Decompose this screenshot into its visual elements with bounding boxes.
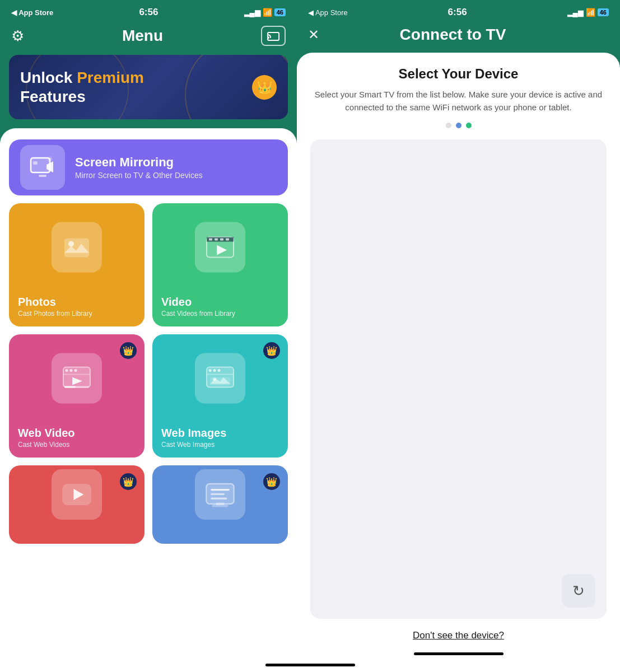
dot-3 (466, 123, 472, 128)
left-status-bar: ◀ App Store 6:56 ▂▄▆ 📶 46 (0, 0, 297, 21)
svg-rect-0 (268, 32, 279, 40)
promo-premium: Premium (77, 69, 144, 86)
svg-point-25 (209, 369, 212, 372)
youtube-icon-wrapper (52, 469, 102, 520)
right-nav: ✕ Connect to TV (297, 21, 620, 53)
photos-card[interactable]: Photos Cast Photos from Library (9, 203, 144, 326)
svg-point-18 (70, 369, 73, 372)
cast-button[interactable] (261, 26, 286, 46)
left-top-nav: ⚙ Menu (0, 21, 297, 55)
web-video-svg (61, 363, 92, 394)
screen-mirroring-text: Screen Mirroring Mirror Screen to TV & O… (75, 155, 203, 180)
svg-rect-36 (211, 498, 227, 500)
svg-rect-13 (220, 239, 223, 241)
screen-mirroring-icon (20, 145, 65, 190)
dot-1 (446, 123, 451, 128)
feature-cards-grid: Photos Cast Photos from Library (9, 203, 288, 544)
web-images-icon-wrapper (195, 353, 245, 410)
photos-title: Photos (18, 296, 136, 309)
teleprompter-crown-badge: 👑 (263, 473, 280, 490)
web-video-icon-wrapper (52, 353, 102, 410)
svg-point-19 (74, 369, 77, 372)
svg-point-6 (49, 158, 51, 160)
left-status-left: ◀ App Store (11, 8, 53, 17)
svg-rect-35 (211, 493, 225, 495)
right-battery-icon: 46 (598, 8, 609, 16)
youtube-card[interactable]: 👑 (9, 465, 144, 544)
video-icon-wrapper (195, 222, 245, 279)
left-panel: ◀ App Store 6:56 ▂▄▆ 📶 46 ⚙ Menu Unlock … (0, 0, 297, 672)
svg-rect-11 (209, 239, 212, 241)
svg-rect-14 (226, 239, 229, 241)
promo-unlock: Unlock (20, 69, 77, 86)
device-list-area: ↻ (310, 139, 607, 619)
svg-rect-7 (64, 239, 89, 258)
photos-icon-wrapper (52, 222, 102, 279)
home-indicator-right (414, 652, 504, 655)
svg-point-8 (68, 241, 74, 247)
svg-point-17 (66, 369, 68, 372)
svg-point-26 (213, 369, 216, 372)
cast-icon-svg (267, 31, 279, 41)
wifi-icon: 📶 (263, 8, 272, 17)
screen-mirror-svg (29, 153, 57, 181)
battery-icon: 46 (274, 8, 286, 16)
svg-rect-28 (207, 374, 234, 375)
web-video-icon (52, 353, 102, 404)
youtube-svg (61, 479, 92, 510)
screen-mirroring-subtitle: Mirror Screen to TV & Other Devices (75, 171, 203, 180)
right-status-bar: ◀ App Store 6:56 ▂▄▆ 📶 46 (297, 0, 620, 21)
svg-rect-34 (211, 489, 230, 491)
right-wifi-icon: 📶 (586, 8, 595, 17)
web-images-title: Web Images (161, 427, 279, 440)
web-images-subtitle: Cast Web Images (161, 441, 279, 449)
right-time: 6:56 (448, 7, 467, 18)
screen-mirroring-card[interactable]: Screen Mirroring Mirror Screen to TV & O… (9, 139, 288, 195)
select-device-description: Select your Smart TV from the list below… (310, 88, 607, 114)
video-svg (204, 232, 236, 263)
settings-gear-icon[interactable]: ⚙ (11, 27, 24, 45)
video-title: Video (161, 296, 279, 309)
left-back-label[interactable]: ◀ App Store (11, 8, 53, 17)
photos-svg (61, 232, 92, 263)
left-status-icons: ▂▄▆ 📶 46 (244, 8, 286, 17)
menu-white-card: Screen Mirroring Mirror Screen to TV & O… (0, 128, 297, 672)
screen-mirroring-title: Screen Mirroring (75, 155, 203, 170)
right-status-left: ◀ App Store (308, 8, 348, 17)
refresh-button[interactable]: ↻ (562, 574, 595, 608)
web-images-svg (204, 363, 236, 394)
right-white-card: Select Your Device Select your Smart TV … (297, 53, 620, 672)
web-video-crown-badge: 👑 (120, 342, 137, 359)
teleprompter-svg (204, 479, 236, 510)
promo-text: Unlock Premium Features (20, 68, 144, 106)
promo-banner[interactable]: Unlock Premium Features 👑 (9, 55, 288, 119)
video-icon (195, 222, 245, 273)
svg-rect-38 (212, 505, 228, 507)
right-back-label[interactable]: ◀ App Store (308, 8, 348, 17)
dot-2 (456, 123, 461, 128)
home-indicator-left (265, 664, 297, 666)
close-button[interactable]: ✕ (308, 27, 319, 43)
photos-icon (52, 222, 102, 273)
dont-see-device-link[interactable]: Don't see the device? (310, 630, 607, 641)
teleprompter-icon-wrapper (195, 469, 245, 520)
web-video-title: Web Video (18, 427, 136, 440)
promo-features: Features (20, 88, 86, 105)
promo-crown-badge: 👑 (252, 75, 277, 100)
right-panel: ◀ App Store 6:56 ▂▄▆ 📶 46 ✕ Connect to T… (297, 0, 620, 672)
left-time: 6:56 (139, 7, 158, 18)
teleprompter-card[interactable]: 👑 (152, 465, 288, 544)
svg-rect-4 (33, 161, 38, 165)
photos-subtitle: Cast Photos from Library (18, 310, 136, 318)
web-images-card[interactable]: 👑 (152, 334, 288, 458)
svg-rect-3 (39, 175, 46, 177)
web-video-subtitle: Cast Web Videos (18, 441, 136, 449)
svg-rect-12 (215, 239, 218, 241)
video-card[interactable]: Video Cast Videos from Library (152, 203, 288, 326)
right-signal-icon: ▂▄▆ (567, 8, 584, 17)
right-status-icons: ▂▄▆ 📶 46 (567, 8, 609, 17)
svg-rect-23 (64, 386, 76, 388)
refresh-icon: ↻ (572, 582, 585, 600)
web-video-card[interactable]: 👑 (9, 334, 144, 458)
menu-title: Menu (122, 27, 163, 45)
